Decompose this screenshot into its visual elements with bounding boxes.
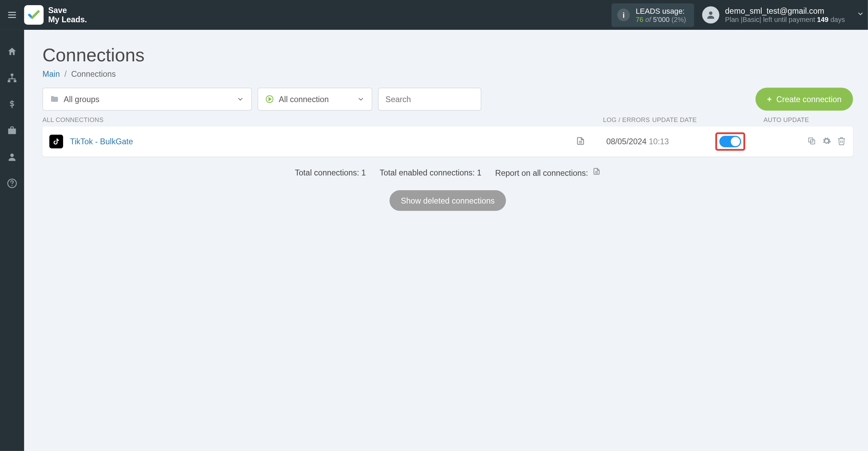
breadcrumb-main[interactable]: Main	[43, 69, 60, 78]
enabled-value: 1	[477, 168, 481, 177]
groups-select[interactable]: All groups	[43, 88, 252, 111]
account-email: demo_sml_test@gmail.com	[725, 6, 845, 15]
menu-toggle[interactable]	[0, 0, 24, 30]
sidebar-billing[interactable]	[6, 99, 17, 110]
enabled-label: Total enabled connections:	[379, 168, 477, 177]
dollar-icon	[8, 99, 16, 109]
plan-name: Basic	[742, 15, 759, 23]
trash-icon	[837, 136, 846, 145]
account-info: demo_sml_test@gmail.com Plan |Basic| lef…	[725, 6, 845, 23]
table-header: ALL CONNECTIONS LOG / ERRORS UPDATE DATE…	[43, 116, 853, 123]
plan-prefix: Plan |	[725, 15, 742, 23]
info-icon: i	[617, 9, 630, 21]
brand-line1: Save	[48, 6, 87, 15]
date-value: 08/05/2024	[606, 137, 646, 146]
th-date: UPDATE DATE	[652, 116, 761, 123]
summary-row: Total connections: 1 Total enabled conne…	[43, 167, 853, 178]
account-menu[interactable]: demo_sml_test@gmail.com Plan |Basic| lef…	[702, 6, 845, 23]
logo-icon	[24, 5, 44, 25]
log-button[interactable]	[555, 135, 606, 147]
page-title: Connections	[43, 45, 853, 66]
show-deleted-button[interactable]: Show deleted connections	[389, 190, 506, 211]
brand[interactable]: Save My Leads.	[24, 5, 87, 25]
leads-used: 76	[636, 15, 643, 23]
chevron-down-icon	[236, 95, 244, 103]
groups-label: All groups	[64, 95, 99, 104]
svg-point-3	[709, 11, 713, 15]
sidebar-account[interactable]	[6, 151, 17, 162]
svg-rect-6	[14, 80, 16, 82]
th-all: ALL CONNECTIONS	[43, 116, 601, 123]
sidebar-integrations[interactable]	[6, 72, 17, 84]
report-label: Report on all connections:	[495, 169, 588, 178]
create-label: Create connection	[776, 95, 842, 104]
plan-days-suffix: days	[829, 15, 845, 23]
create-connection-button[interactable]: + Create connection	[755, 88, 853, 111]
connection-label: All connection	[279, 95, 329, 104]
report-button[interactable]	[593, 169, 600, 178]
avatar-icon	[702, 6, 719, 23]
folder-icon	[50, 95, 59, 104]
play-circle-icon	[265, 95, 274, 104]
highlight-box	[715, 132, 745, 151]
breadcrumb: Main / Connections	[43, 69, 853, 78]
svg-rect-7	[8, 129, 16, 134]
total-label: Total connections:	[295, 168, 361, 177]
leads-of: of	[645, 15, 651, 23]
plus-icon: +	[767, 95, 772, 104]
brand-line2: My Leads.	[48, 15, 87, 24]
table-row: TikTok - BulkGate 08/05/2024 10:13	[43, 127, 853, 157]
account-chevron[interactable]	[856, 10, 864, 20]
search-input[interactable]	[378, 88, 481, 111]
leads-total: 5'000	[653, 15, 669, 23]
th-log: LOG / ERRORS	[601, 116, 652, 123]
time-value: 10:13	[649, 137, 669, 146]
sitemap-icon	[7, 73, 17, 83]
row-actions	[807, 136, 846, 147]
th-auto: AUTO UPDATE	[761, 116, 853, 123]
svg-rect-4	[11, 74, 13, 76]
chevron-down-icon	[357, 95, 365, 103]
svg-point-10	[12, 185, 13, 186]
breadcrumb-sep: /	[64, 69, 67, 78]
sidebar-tools[interactable]	[6, 125, 17, 136]
toggle-knob	[731, 137, 740, 146]
svg-marker-12	[269, 98, 271, 101]
plan-days: 149	[817, 15, 828, 23]
help-icon	[7, 178, 17, 188]
settings-button[interactable]	[822, 136, 831, 147]
connection-select[interactable]: All connection	[258, 88, 372, 111]
hamburger-icon	[7, 10, 17, 20]
total-value: 1	[361, 168, 366, 177]
leads-usage-text: LEADS usage: 76 of 5'000 (2%)	[636, 7, 686, 23]
briefcase-icon	[7, 125, 17, 136]
top-bar: Save My Leads. i LEADS usage: 76 of 5'00…	[0, 0, 868, 30]
connection-name[interactable]: TikTok - BulkGate	[70, 137, 555, 146]
delete-button[interactable]	[837, 136, 846, 147]
leads-usage-label: LEADS usage:	[636, 7, 686, 15]
user-icon	[7, 152, 17, 162]
update-date: 08/05/2024 10:13	[606, 137, 715, 146]
document-icon	[576, 135, 585, 146]
filters-row: All groups All connection + Create conne…	[43, 88, 853, 111]
auto-update-toggle[interactable]	[719, 136, 741, 147]
sidebar-home[interactable]	[6, 46, 17, 57]
leads-usage-box[interactable]: i LEADS usage: 76 of 5'000 (2%)	[612, 3, 694, 27]
brand-text: Save My Leads.	[48, 6, 87, 24]
svg-rect-5	[8, 80, 11, 82]
tiktok-icon	[49, 135, 63, 148]
breadcrumb-current: Connections	[71, 69, 116, 78]
home-icon	[7, 46, 17, 57]
copy-icon	[807, 136, 817, 145]
copy-button[interactable]	[807, 136, 817, 147]
document-icon	[593, 167, 600, 176]
main-content: Connections Main / Connections All group…	[24, 30, 868, 451]
gear-icon	[822, 136, 831, 145]
sidebar	[0, 30, 24, 451]
sidebar-help[interactable]	[6, 178, 17, 189]
auto-update-cell	[715, 132, 807, 151]
plan-mid: | left until payment	[759, 15, 817, 23]
svg-point-8	[10, 154, 14, 157]
leads-percent: (2%)	[671, 15, 686, 23]
